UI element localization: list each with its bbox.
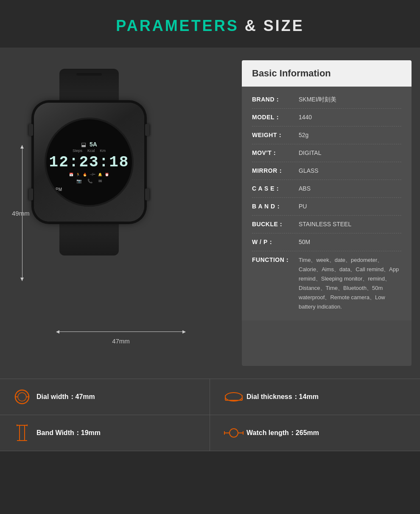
label-model: MODEL： [252, 113, 299, 122]
svg-rect-12 [20, 425, 25, 441]
steps-label: Steps [73, 149, 82, 153]
title-teal: PARAMETERS [116, 17, 238, 34]
value-case: ABS [299, 184, 401, 193]
spec-dial-thickness-text: Dial thickness：14mm [246, 393, 319, 402]
mail-icon: ✉ [98, 179, 102, 183]
button-right-bottom [145, 188, 149, 200]
info-row-weight: WEIGHT： 52g [252, 126, 401, 144]
clock-icon: ⏰ [105, 173, 109, 177]
dial-function-icons: 📅 🏃 🔥 ⊣⊢ 🔔 ⏰ [69, 173, 109, 177]
main-content: 49mm 47mm ⬓ 5A [0, 48, 420, 379]
svg-point-1 [18, 393, 26, 401]
spec-dial-width-value: 47mm [76, 393, 95, 400]
info-body: BRAND： SKMEI/时刻美 MODEL： 1440 WEIGHT： 52g… [242, 87, 412, 320]
label-weight: WEIGHT： [252, 131, 299, 140]
spec-dial-thickness: Dial thickness：14mm [210, 379, 420, 415]
label-brand: BRAND： [252, 95, 299, 104]
spec-band-width-text: Band Width：19mm [36, 429, 101, 438]
info-row-wp: W / P： 50M [252, 233, 401, 251]
watch-dial: ⬓ 5A Steps Kcal Km PM 12:23:18 📅 🏃 [45, 118, 134, 207]
band-width-icon [13, 424, 31, 442]
info-row-mirror: MIRROR： GLASS [252, 162, 401, 180]
label-buckle: BUCKLE： [252, 220, 299, 229]
spec-dial-thickness-label: Dial thickness： [246, 393, 299, 400]
dial-width-icon-wrap [13, 388, 31, 406]
dial-bottom-icons: 📷 📞 ✉ [76, 179, 102, 183]
spec-dial-thickness-value: 14mm [299, 393, 319, 400]
label-wp: W / P： [252, 238, 299, 247]
title-rest: & SIZE [239, 17, 304, 34]
value-mirror: GLASS [299, 166, 401, 175]
spec-dial-width-label: Dial width： [36, 393, 76, 400]
info-row-case: C A S E： ABS [252, 180, 401, 198]
flame-icon: 🔥 [83, 173, 87, 177]
dimension-line-width [57, 331, 185, 332]
battery-icon: ⊣⊢ [90, 173, 95, 177]
info-header: Basic Information [242, 60, 412, 87]
strap-bottom [59, 222, 119, 256]
watch-image: ⬓ 5A Steps Kcal Km PM 12:23:18 📅 🏃 [34, 69, 144, 256]
label-case: C A S E： [252, 184, 299, 193]
spec-band-width-label: Band Width： [36, 429, 81, 436]
info-panel: Basic Information BRAND： SKMEI/时刻美 MODEL… [242, 60, 412, 366]
info-row-movt: MOV'T： DIGITAL [252, 144, 401, 162]
info-row-buckle: BUCKLE： STAINLESS STEEL [252, 216, 401, 233]
button-left-bottom [29, 188, 33, 200]
dial-thickness-icon-wrap [223, 388, 241, 406]
bottom-bar [0, 451, 420, 464]
km-label: Km [100, 149, 106, 153]
bell-icon: 🔔 [98, 173, 102, 177]
arrow-left [56, 330, 59, 334]
value-movt: DIGITAL [299, 149, 401, 157]
value-wp: 50M [299, 238, 401, 247]
time-display: 12:23:18 [49, 155, 129, 170]
spec-dial-width: Dial width：47mm [0, 379, 210, 415]
button-left-top [29, 124, 33, 136]
arrow-bottom [20, 278, 24, 281]
spec-watch-length-label: Watch length： [246, 429, 296, 436]
dial-thickness-icon [223, 388, 245, 406]
band-width-icon-wrap [13, 424, 31, 442]
label-movt: MOV'T： [252, 149, 299, 157]
spec-band-width-value: 19mm [81, 429, 101, 436]
value-buckle: STAINLESS STEEL [299, 220, 401, 229]
watch-length-icon-wrap [223, 424, 241, 442]
svg-point-17 [230, 429, 238, 437]
spec-band-width: Band Width：19mm [0, 415, 210, 451]
am-pm-label: PM [56, 187, 62, 192]
label-function: FUNCTION： [252, 256, 299, 264]
info-row-model: MODEL： 1440 [252, 109, 401, 126]
run-icon: 🏃 [76, 173, 80, 177]
calendar-icon: 📅 [69, 173, 73, 177]
watch-case: ⬓ 5A Steps Kcal Km PM 12:23:18 📅 🏃 [34, 103, 144, 222]
value-model: 1440 [299, 113, 401, 122]
dial-number: 5A [90, 141, 97, 148]
value-brand: SKMEI/时刻美 [299, 95, 401, 104]
spec-watch-length-text: Watch length：265mm [246, 429, 319, 438]
dial-top-row: ⬓ 5A [81, 141, 97, 148]
button-right-top [145, 124, 149, 136]
label-band: B A N D： [252, 202, 299, 211]
label-mirror: MIRROR： [252, 166, 299, 175]
info-row-band: B A N D： PU [252, 198, 401, 216]
strap-top [59, 69, 119, 103]
specs-bar: Dial width：47mm Dial thickness：14mm [0, 379, 420, 451]
kcal-label: Kcal [87, 149, 95, 153]
arrow-right [182, 330, 186, 334]
phone-icon: 📞 [87, 179, 92, 183]
dial-width-icon [13, 388, 31, 406]
info-row-function: FUNCTION： Time、week、date、pedometer、Calor… [252, 251, 401, 316]
value-weight: 52g [299, 131, 401, 140]
info-row-brand: BRAND： SKMEI/时刻美 [252, 91, 401, 109]
value-band: PU [299, 202, 401, 211]
dimension-width-label: 47mm [112, 337, 130, 345]
watch-length-icon [223, 424, 245, 442]
dimension-height-label: 49mm [12, 210, 30, 217]
arrow-top [20, 145, 24, 149]
title-section: PARAMETERS & SIZE [0, 0, 420, 48]
spec-watch-length-value: 265mm [296, 429, 319, 436]
value-function: Time、week、date、pedometer、Calorie、Aims、da… [299, 256, 401, 312]
spec-dial-width-text: Dial width：47mm [36, 393, 95, 402]
watch-area: 49mm 47mm ⬓ 5A [8, 60, 233, 366]
dial-steps-row: Steps Kcal Km [73, 149, 106, 153]
